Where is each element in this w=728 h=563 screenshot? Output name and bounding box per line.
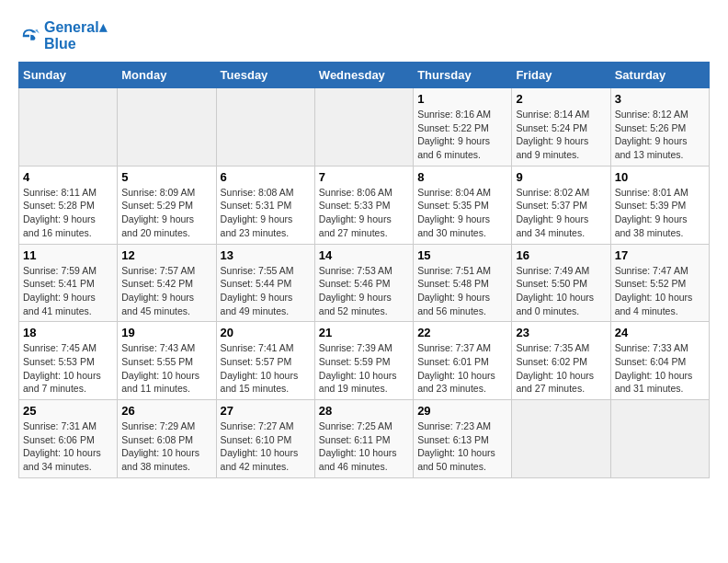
day-info: Sunrise: 8:01 AM Sunset: 5:39 PM Dayligh…: [615, 186, 705, 240]
day-number: 2: [516, 92, 606, 106]
calendar-cell: 21Sunrise: 7:39 AM Sunset: 5:59 PM Dayli…: [314, 322, 413, 400]
day-number: 8: [417, 170, 507, 184]
calendar-cell: 4Sunrise: 8:11 AM Sunset: 5:28 PM Daylig…: [19, 166, 118, 244]
day-number: 22: [417, 326, 507, 339]
svg-marker-0: [35, 29, 40, 33]
calendar-cell: 19Sunrise: 7:43 AM Sunset: 5:55 PM Dayli…: [118, 322, 216, 400]
day-number: 14: [319, 248, 409, 262]
calendar-cell: 17Sunrise: 7:47 AM Sunset: 5:52 PM Dayli…: [610, 244, 709, 322]
week-row-5: 25Sunrise: 7:31 AM Sunset: 6:06 PM Dayli…: [19, 400, 710, 478]
calendar-cell: 3Sunrise: 8:12 AM Sunset: 5:26 PM Daylig…: [610, 88, 709, 167]
day-info: Sunrise: 8:12 AM Sunset: 5:26 PM Dayligh…: [615, 108, 705, 162]
day-number: 7: [319, 170, 409, 184]
calendar-cell: 7Sunrise: 8:06 AM Sunset: 5:33 PM Daylig…: [314, 166, 413, 244]
day-info: Sunrise: 8:08 AM Sunset: 5:31 PM Dayligh…: [221, 186, 311, 240]
calendar-cell: 12Sunrise: 7:57 AM Sunset: 5:42 PM Dayli…: [118, 244, 216, 322]
day-info: Sunrise: 7:37 AM Sunset: 6:01 PM Dayligh…: [417, 341, 507, 396]
day-info: Sunrise: 7:39 AM Sunset: 5:59 PM Dayligh…: [319, 341, 409, 396]
day-number: 24: [615, 326, 705, 339]
day-number: 17: [615, 248, 705, 262]
calendar-cell: [314, 88, 413, 167]
day-header-saturday: Saturday: [610, 63, 709, 88]
calendar-cell: 6Sunrise: 8:08 AM Sunset: 5:31 PM Daylig…: [216, 166, 314, 244]
day-number: 19: [121, 326, 211, 339]
calendar-cell: 27Sunrise: 7:27 AM Sunset: 6:10 PM Dayli…: [216, 400, 314, 478]
day-info: Sunrise: 7:43 AM Sunset: 5:55 PM Dayligh…: [121, 341, 211, 396]
day-info: Sunrise: 8:09 AM Sunset: 5:29 PM Dayligh…: [121, 186, 211, 240]
calendar-cell: 26Sunrise: 7:29 AM Sunset: 6:08 PM Dayli…: [118, 400, 216, 478]
day-number: 21: [319, 326, 409, 339]
day-info: Sunrise: 7:33 AM Sunset: 6:04 PM Dayligh…: [615, 341, 705, 396]
day-header-wednesday: Wednesday: [314, 63, 413, 88]
day-info: Sunrise: 7:29 AM Sunset: 6:08 PM Dayligh…: [121, 419, 211, 474]
calendar-cell: 18Sunrise: 7:45 AM Sunset: 5:53 PM Dayli…: [19, 322, 118, 400]
day-number: 18: [23, 326, 113, 339]
day-number: 23: [516, 326, 606, 339]
day-info: Sunrise: 7:53 AM Sunset: 5:46 PM Dayligh…: [319, 264, 409, 318]
calendar-cell: [512, 400, 610, 478]
logo: General▴ Blue: [18, 18, 107, 52]
page-header: General▴ Blue: [18, 18, 710, 52]
day-info: Sunrise: 7:25 AM Sunset: 6:11 PM Dayligh…: [319, 419, 409, 474]
day-info: Sunrise: 7:45 AM Sunset: 5:53 PM Dayligh…: [23, 341, 113, 396]
calendar-cell: 2Sunrise: 8:14 AM Sunset: 5:24 PM Daylig…: [512, 88, 610, 167]
day-info: Sunrise: 7:57 AM Sunset: 5:42 PM Dayligh…: [121, 264, 211, 318]
day-number: 6: [221, 170, 311, 184]
day-number: 13: [221, 248, 311, 262]
calendar-cell: 5Sunrise: 8:09 AM Sunset: 5:29 PM Daylig…: [118, 166, 216, 244]
week-row-1: 1Sunrise: 8:16 AM Sunset: 5:22 PM Daylig…: [19, 88, 710, 167]
calendar-cell: 23Sunrise: 7:35 AM Sunset: 6:02 PM Dayli…: [512, 322, 610, 400]
calendar-cell: 20Sunrise: 7:41 AM Sunset: 5:57 PM Dayli…: [216, 322, 314, 400]
week-row-2: 4Sunrise: 8:11 AM Sunset: 5:28 PM Daylig…: [19, 166, 710, 244]
calendar-cell: 22Sunrise: 7:37 AM Sunset: 6:01 PM Dayli…: [414, 322, 512, 400]
day-info: Sunrise: 8:16 AM Sunset: 5:22 PM Dayligh…: [417, 108, 507, 162]
day-number: 5: [121, 170, 211, 184]
day-number: 16: [516, 248, 606, 262]
calendar-cell: 15Sunrise: 7:51 AM Sunset: 5:48 PM Dayli…: [414, 244, 512, 322]
day-number: 10: [615, 170, 705, 184]
day-info: Sunrise: 7:41 AM Sunset: 5:57 PM Dayligh…: [221, 341, 311, 396]
calendar-cell: [19, 88, 118, 167]
week-row-4: 18Sunrise: 7:45 AM Sunset: 5:53 PM Dayli…: [19, 322, 710, 400]
day-info: Sunrise: 7:59 AM Sunset: 5:41 PM Dayligh…: [23, 264, 113, 318]
day-info: Sunrise: 7:23 AM Sunset: 6:13 PM Dayligh…: [417, 419, 507, 474]
calendar-cell: 13Sunrise: 7:55 AM Sunset: 5:44 PM Dayli…: [216, 244, 314, 322]
logo-icon: [18, 25, 40, 47]
day-number: 25: [23, 404, 113, 418]
day-number: 1: [417, 92, 507, 106]
day-number: 9: [516, 170, 606, 184]
day-info: Sunrise: 7:55 AM Sunset: 5:44 PM Dayligh…: [221, 264, 311, 318]
day-info: Sunrise: 8:11 AM Sunset: 5:28 PM Dayligh…: [23, 186, 113, 240]
calendar-cell: [610, 400, 709, 478]
day-header-friday: Friday: [512, 63, 610, 88]
calendar-cell: 11Sunrise: 7:59 AM Sunset: 5:41 PM Dayli…: [19, 244, 118, 322]
logo-text: General▴ Blue: [44, 18, 107, 52]
day-info: Sunrise: 8:02 AM Sunset: 5:37 PM Dayligh…: [516, 186, 606, 240]
day-number: 3: [615, 92, 705, 106]
day-number: 26: [121, 404, 211, 418]
calendar-cell: 24Sunrise: 7:33 AM Sunset: 6:04 PM Dayli…: [610, 322, 709, 400]
calendar-cell: [118, 88, 216, 167]
day-info: Sunrise: 7:49 AM Sunset: 5:50 PM Dayligh…: [516, 264, 606, 318]
calendar-cell: 14Sunrise: 7:53 AM Sunset: 5:46 PM Dayli…: [314, 244, 413, 322]
day-number: 12: [121, 248, 211, 262]
calendar-cell: 10Sunrise: 8:01 AM Sunset: 5:39 PM Dayli…: [610, 166, 709, 244]
calendar-table: SundayMondayTuesdayWednesdayThursdayFrid…: [18, 62, 710, 478]
day-info: Sunrise: 8:14 AM Sunset: 5:24 PM Dayligh…: [516, 108, 606, 162]
calendar-cell: 9Sunrise: 8:02 AM Sunset: 5:37 PM Daylig…: [512, 166, 610, 244]
day-info: Sunrise: 7:35 AM Sunset: 6:02 PM Dayligh…: [516, 341, 606, 396]
day-number: 4: [23, 170, 113, 184]
calendar-cell: 8Sunrise: 8:04 AM Sunset: 5:35 PM Daylig…: [414, 166, 512, 244]
calendar-cell: 25Sunrise: 7:31 AM Sunset: 6:06 PM Dayli…: [19, 400, 118, 478]
day-info: Sunrise: 7:47 AM Sunset: 5:52 PM Dayligh…: [615, 264, 705, 318]
calendar-cell: 16Sunrise: 7:49 AM Sunset: 5:50 PM Dayli…: [512, 244, 610, 322]
day-header-tuesday: Tuesday: [216, 63, 314, 88]
calendar-cell: [216, 88, 314, 167]
days-header-row: SundayMondayTuesdayWednesdayThursdayFrid…: [19, 63, 710, 88]
day-header-sunday: Sunday: [19, 63, 118, 88]
week-row-3: 11Sunrise: 7:59 AM Sunset: 5:41 PM Dayli…: [19, 244, 710, 322]
calendar-cell: 29Sunrise: 7:23 AM Sunset: 6:13 PM Dayli…: [414, 400, 512, 478]
day-info: Sunrise: 8:06 AM Sunset: 5:33 PM Dayligh…: [319, 186, 409, 240]
day-info: Sunrise: 7:31 AM Sunset: 6:06 PM Dayligh…: [23, 419, 113, 474]
day-number: 27: [221, 404, 311, 418]
